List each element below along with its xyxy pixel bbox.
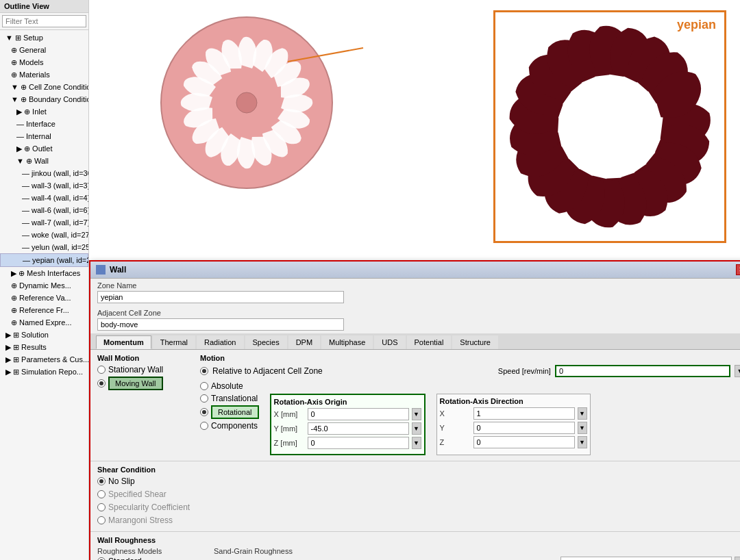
tree-item[interactable]: ▼ ⊕ Boundary Conditions: [0, 93, 88, 105]
rotational-label[interactable]: Rotational: [211, 405, 259, 419]
zone-name-input[interactable]: [97, 291, 344, 303]
tree-item[interactable]: ▼ ⊕ Wall: [0, 155, 88, 167]
x-dir-input[interactable]: [473, 407, 575, 420]
tree-item[interactable]: ▶ ⊞ Results: [0, 341, 88, 353]
tree-item[interactable]: ⊕ Reference Fr...: [0, 304, 88, 316]
y-dir-input[interactable]: [473, 422, 575, 434]
speed-label: Speed [rev/min]: [498, 367, 551, 375]
roughness-grid: Roughness Models Standard High Roughness…: [97, 547, 740, 560]
adjacent-cell-zone-label: Adjacent Cell Zone: [97, 309, 740, 317]
roughness-height-row: Roughness Height [mm] ▼: [214, 557, 740, 560]
roughness-height-dropdown[interactable]: ▼: [735, 557, 740, 560]
relative-radio[interactable]: [200, 367, 208, 375]
marangoni-row[interactable]: Marangoni Stress: [97, 516, 740, 525]
dialog-titlebar: Wall ✕: [90, 262, 740, 279]
translational-radio[interactable]: [200, 394, 208, 403]
filter-input[interactable]: [2, 15, 86, 27]
tree-item[interactable]: — wall-4 (wall, id=4): [0, 192, 88, 204]
specularity-row[interactable]: Specularity Coefficient: [97, 502, 740, 512]
tree-item[interactable]: ▶ ⊕ Mesh Interfaces: [0, 267, 88, 279]
motion-label: Motion: [200, 354, 740, 362]
rotational-row[interactable]: Rotational: [200, 405, 259, 419]
no-slip-row[interactable]: No Slip: [97, 476, 740, 486]
absolute-radio[interactable]: [200, 382, 208, 390]
tree-item[interactable]: ▼ ⊞ Setup: [0, 31, 88, 44]
tree-item[interactable]: ▼ ⊕ Cell Zone Conditions: [0, 81, 88, 93]
x-origin-input[interactable]: [308, 408, 409, 420]
tree-item[interactable]: ▶ ⊞ Parameters & Cus...: [0, 353, 88, 366]
y-dir-row: Y ▼: [440, 422, 587, 434]
roughness-height-input[interactable]: [560, 557, 732, 560]
motion-left: Wall Motion Stationary Wall Moving Wall: [97, 354, 186, 455]
speed-dropdown[interactable]: ▼: [735, 365, 740, 377]
roughness-left: Roughness Models Standard High Roughness…: [97, 547, 200, 560]
moving-wall-label[interactable]: Moving Wall: [108, 377, 163, 390]
tab-radiation[interactable]: Radiation: [197, 335, 243, 349]
standard-row[interactable]: Standard: [97, 557, 200, 560]
tab-thermal[interactable]: Thermal: [153, 335, 195, 349]
outline-panel: Outline View ▼ ⊞ Setup ⊕ General ⊕ Model…: [0, 0, 89, 560]
tree-item[interactable]: ⊕ Dynamic Mes...: [0, 279, 88, 292]
components-row[interactable]: Components: [200, 421, 259, 431]
standard-radio[interactable]: [97, 557, 106, 560]
tree-item[interactable]: — yepian (wall, id=26): [0, 253, 88, 267]
stationary-wall-row[interactable]: Stationary Wall: [97, 365, 186, 374]
tree-item[interactable]: — Interface: [0, 118, 88, 130]
y-dir-dropdown[interactable]: ▼: [578, 422, 587, 434]
tree-item[interactable]: — wall-3 (wall, id=3): [0, 179, 88, 192]
moving-wall-row[interactable]: Moving Wall: [97, 377, 186, 390]
no-slip-radio[interactable]: [97, 477, 106, 485]
moving-wall-radio[interactable]: [97, 379, 106, 387]
dialog-close-button[interactable]: ✕: [736, 264, 740, 275]
x-origin-row: X [mm] ▼: [274, 408, 421, 420]
speed-input[interactable]: [555, 365, 730, 377]
tree-item[interactable]: ▶ ⊕ Inlet: [0, 105, 88, 118]
z-dir-dropdown[interactable]: ▼: [578, 436, 587, 448]
z-dir-input[interactable]: [473, 436, 575, 448]
tree-item[interactable]: ▶ ⊞ Solution: [0, 329, 88, 341]
absolute-row[interactable]: Absolute: [200, 381, 740, 391]
y-origin-input[interactable]: [308, 422, 409, 435]
tab-momentum[interactable]: Momentum: [96, 335, 151, 349]
specularity-radio[interactable]: [97, 503, 106, 511]
tree-item[interactable]: — yelun (wall, id=25): [0, 241, 88, 253]
rotation-origin-title: Rotation-Axis Origin: [274, 398, 421, 406]
components-radio[interactable]: [200, 422, 208, 430]
tree-item[interactable]: ⊕ Reference Va...: [0, 292, 88, 304]
dialog-title-icon: [96, 265, 106, 275]
z-origin-input[interactable]: [308, 437, 409, 449]
y-origin-dropdown[interactable]: ▼: [412, 422, 421, 435]
tree-item[interactable]: — wall-7 (wall, id=7): [0, 216, 88, 229]
x-dir-row: X ▼: [440, 407, 587, 420]
tree-item[interactable]: ▶ ⊕ Outlet: [0, 142, 88, 155]
specified-shear-radio[interactable]: [97, 490, 106, 498]
tree-item[interactable]: ⊕ Named Expre...: [0, 316, 88, 329]
y-origin-row: Y [mm] ▼: [274, 422, 421, 435]
stationary-wall-radio[interactable]: [97, 366, 106, 374]
tab-structure[interactable]: Structure: [452, 335, 498, 349]
specified-shear-row[interactable]: Specified Shear: [97, 489, 740, 499]
x-origin-dropdown[interactable]: ▼: [412, 408, 421, 420]
roughness-models-label: Roughness Models: [97, 547, 200, 555]
tab-uds[interactable]: UDS: [374, 335, 405, 349]
zoom-panel: yepian: [493, 10, 726, 243]
x-dir-dropdown[interactable]: ▼: [578, 407, 587, 420]
tab-species[interactable]: Species: [245, 335, 287, 349]
wall-dialog: Wall ✕ Zone Name Adjacent Cell Zone Mome…: [89, 260, 740, 560]
tree-item[interactable]: — jinkou (wall, id=30): [0, 167, 88, 179]
tree-item[interactable]: ⊕ Models: [0, 56, 88, 68]
rotational-radio[interactable]: [200, 408, 208, 416]
marangoni-radio[interactable]: [97, 516, 106, 524]
tab-multiphase[interactable]: Multiphase: [321, 335, 373, 349]
tree-item[interactable]: ⊕ Materials: [0, 68, 88, 81]
tree-item[interactable]: — wall-6 (wall, id=6): [0, 204, 88, 216]
tab-potential[interactable]: Potential: [407, 335, 452, 349]
z-origin-dropdown[interactable]: ▼: [412, 437, 421, 449]
tab-dpm[interactable]: DPM: [288, 335, 320, 349]
translational-row[interactable]: Translational: [200, 394, 259, 403]
tree-item[interactable]: ▶ ⊞ Simulation Repo...: [0, 366, 88, 378]
tree-item[interactable]: — Internal: [0, 130, 88, 142]
adjacent-cell-zone-input[interactable]: [97, 318, 344, 331]
tree-item[interactable]: — woke (wall, id=27): [0, 229, 88, 241]
tree-item[interactable]: ⊕ General: [0, 44, 88, 56]
